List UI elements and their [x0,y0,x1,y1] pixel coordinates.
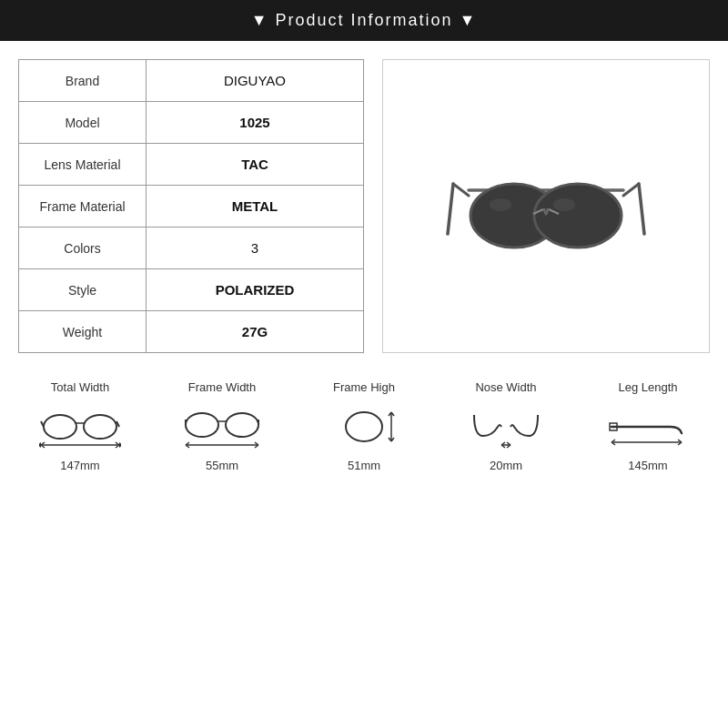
leg-length-value: 145mm [628,459,667,472]
row-label: Frame Material [19,186,147,227]
product-image-area [382,59,710,353]
table-row: Model1025 [19,102,363,144]
svg-point-11 [44,415,76,439]
svg-line-3 [639,184,644,234]
svg-line-14 [41,421,44,427]
table-row: Weight27G [19,311,363,352]
row-label: Colors [19,228,147,268]
frame-high-value: 51mm [348,459,380,472]
total-width-icon [39,401,121,451]
table-row: Colors3 [19,228,363,269]
table-row: StylePOLARIZED [19,269,363,311]
nose-width-icon [465,401,547,451]
svg-marker-17 [39,442,41,448]
table-row: Lens MaterialTAC [19,144,363,186]
frame-width-icon [181,401,263,451]
measure-total-width: Total Width 147mm [21,380,139,472]
frame-high-label: Frame High [333,380,395,394]
svg-line-0 [453,184,469,196]
measurements-section: Total Width 147mm Frame Width [0,362,728,481]
total-width-value: 147mm [60,459,99,472]
frame-width-label: Frame Width [188,380,256,394]
row-value: 1025 [147,102,363,143]
leg-length-icon [607,401,689,451]
row-value: 27G [147,311,363,352]
nose-width-value: 20mm [490,459,522,472]
product-image [446,134,646,279]
total-width-label: Total Width [51,380,109,394]
page-header: ▼ Product Information ▼ [0,0,728,41]
row-value: TAC [147,144,363,185]
nose-width-label: Nose Width [475,380,536,394]
leg-length-label: Leg Length [618,380,677,394]
header-title: ▼ Product Information ▼ [251,11,478,29]
row-value: 3 [147,228,363,268]
row-label: Lens Material [19,144,147,185]
svg-point-10 [553,198,575,211]
measure-frame-high: Frame High 51mm [305,380,423,472]
row-value: DIGUYAO [147,60,363,101]
main-content: BrandDIGUYAOModel1025Lens MaterialTACFra… [0,41,728,362]
measure-frame-width: Frame Width 55mm [163,380,281,472]
svg-point-6 [534,184,622,248]
table-row: BrandDIGUYAO [19,60,363,102]
measure-nose-width: Nose Width 20mm [447,380,565,472]
svg-point-33 [346,412,382,441]
measure-leg-length: Leg Length 145mm [589,380,707,472]
svg-point-12 [84,415,116,439]
frame-width-value: 55mm [206,459,238,472]
row-value: METAL [147,186,363,227]
row-label: Brand [19,60,147,101]
table-row: Frame MaterialMETAL [19,186,363,228]
row-label: Model [19,102,147,143]
row-label: Style [19,269,147,310]
product-info-table: BrandDIGUYAOModel1025Lens MaterialTACFra… [18,59,364,353]
row-value: POLARIZED [147,269,363,310]
frame-high-icon [323,401,405,451]
svg-point-24 [226,413,258,437]
row-label: Weight [19,311,147,352]
svg-point-9 [490,198,511,211]
svg-line-2 [448,184,453,234]
svg-marker-18 [119,442,121,448]
svg-line-1 [623,184,639,196]
svg-point-23 [186,413,218,437]
